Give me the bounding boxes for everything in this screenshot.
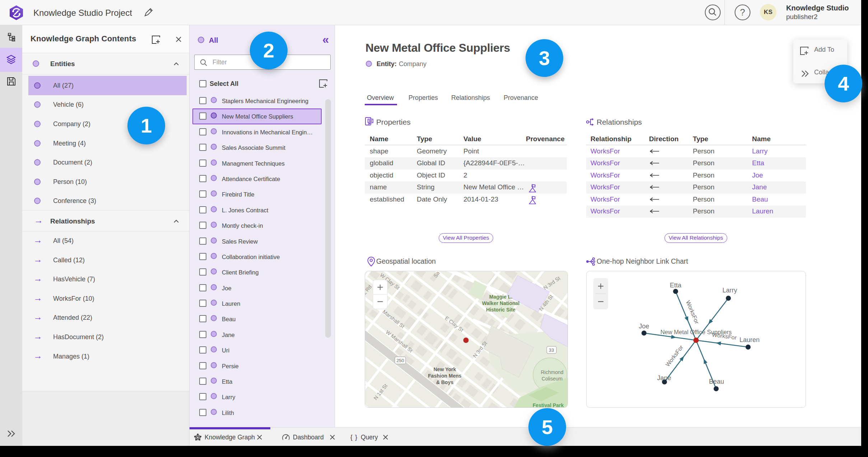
svg-text:33: 33 [549, 347, 554, 353]
svg-text:Lauren: Lauren [739, 336, 760, 343]
svg-text:Fashion Mens: Fashion Mens [428, 373, 462, 379]
svg-text:250: 250 [396, 358, 404, 363]
svg-text:WorksFor: WorksFor [711, 332, 737, 341]
svg-text:Festival Park: Festival Park [533, 402, 564, 407]
svg-text:Coliseum: Coliseum [542, 376, 563, 382]
svg-text:Walker National: Walker National [482, 300, 520, 306]
svg-text:Maggie L.: Maggie L. [489, 294, 513, 300]
svg-text:Joe: Joe [639, 323, 649, 330]
svg-text:?: ? [740, 7, 745, 17]
svg-text:WorksFor: WorksFor [664, 344, 685, 368]
svg-text:& Boys: & Boys [436, 379, 453, 385]
svg-text:New York: New York [434, 366, 456, 372]
svg-text:Richmond: Richmond [541, 369, 563, 375]
svg-text:Historic Site: Historic Site [486, 307, 515, 313]
svg-text:WorksFor: WorksFor [685, 300, 700, 325]
svg-text:Jane: Jane [657, 374, 671, 382]
svg-text:Etta: Etta [670, 282, 682, 289]
svg-text:Beau: Beau [709, 378, 724, 385]
svg-text:Larry: Larry [722, 287, 737, 294]
